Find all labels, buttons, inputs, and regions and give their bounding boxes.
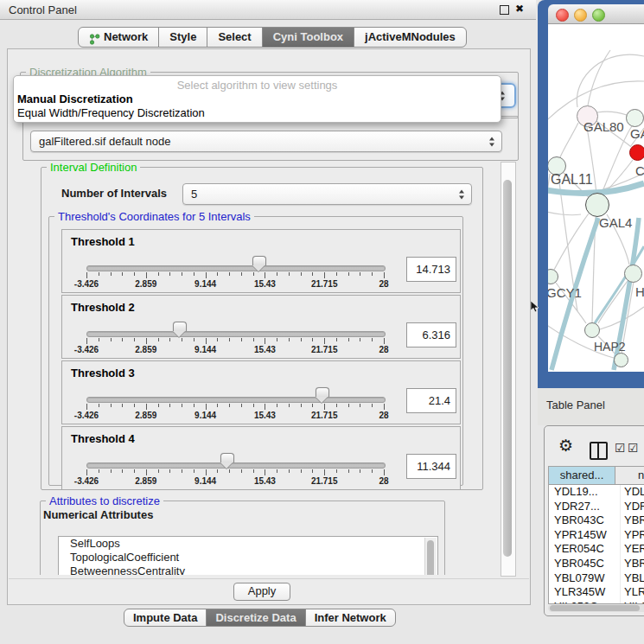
tick-mark [217, 338, 218, 341]
number-of-intervals-combo[interactable]: 5 [182, 183, 472, 205]
table-row[interactable]: YBR045C YBR0 [549, 557, 644, 571]
cell-name[interactable]: YBR0 [621, 513, 644, 528]
top-tab[interactable]: Select [207, 27, 262, 48]
tick-label: -3.426 [74, 279, 99, 289]
table-row[interactable]: YBL079W YBL0 [549, 571, 644, 586]
network-node[interactable] [626, 109, 644, 127]
attribute-item[interactable]: TopologicalCoefficient [59, 551, 437, 564]
attributes-scrollbar[interactable] [424, 538, 437, 575]
minimize-traffic-light[interactable] [574, 9, 587, 22]
apply-button[interactable]: Apply [233, 583, 290, 601]
cell-shared-name[interactable]: YIL052C [549, 600, 621, 603]
network-node[interactable] [584, 322, 600, 338]
threshold-value-field[interactable]: 11.344 [406, 454, 456, 479]
close-traffic-light[interactable] [556, 9, 569, 22]
network-node[interactable] [624, 265, 642, 283]
slider-ticks [86, 404, 384, 411]
cell-name[interactable]: YDL1 [621, 485, 644, 500]
table-row[interactable]: YIL052C YIL0 [549, 600, 644, 603]
tick-mark [229, 469, 230, 473]
table-row[interactable]: YDR27... YDR2 [549, 500, 644, 514]
bottom-tab[interactable]: Infer Network [305, 609, 396, 627]
top-tab[interactable]: Cyni Toolbox [262, 27, 354, 48]
threshold-slider-track[interactable] [86, 331, 386, 337]
dropdown-option[interactable]: Equal Width/Frequency Discretization [16, 106, 498, 120]
threshold-slider-thumb[interactable] [316, 387, 329, 397]
threshold-slider-track[interactable] [86, 397, 386, 403]
checkbox-icon[interactable]: ☑ [628, 441, 639, 455]
top-tab[interactable]: Style [158, 27, 207, 48]
tick-mark [312, 404, 313, 407]
scrollbar-thumb[interactable] [503, 180, 512, 557]
gear-icon[interactable]: ⚙ [558, 436, 573, 456]
split-columns-icon[interactable] [590, 442, 608, 460]
zoom-traffic-light[interactable] [592, 9, 605, 22]
threshold-slider-track[interactable] [86, 462, 386, 469]
table-row[interactable]: YER054C YER0 [549, 542, 644, 557]
checkbox-icon[interactable]: ☑ [615, 441, 626, 455]
table-row[interactable]: YDL19... YDL1 [549, 485, 644, 500]
cell-name[interactable]: YBL0 [621, 571, 644, 586]
attribute-item[interactable]: BetweennessCentrality [59, 564, 437, 575]
network-window: GAL80GACGAL11GAL4GCY1HHAP2 [538, 0, 644, 388]
settings-scrollbar[interactable] [501, 162, 516, 577]
threshold-label: Threshold 3 [71, 367, 135, 379]
table-horizontal-scrollbar[interactable] [548, 604, 644, 612]
cell-shared-name[interactable]: YLR345W [549, 585, 621, 600]
threshold-slider-thumb[interactable] [173, 322, 187, 331]
tick-label: 2.859 [135, 345, 156, 354]
numerical-attributes-list[interactable]: SelfLoopsTopologicalCoefficientBetweenne… [58, 536, 438, 575]
scrollbar-thumb[interactable] [427, 540, 434, 575]
network-node[interactable] [585, 193, 609, 217]
cell-shared-name[interactable]: YER054C [549, 542, 621, 557]
close-window-icon[interactable]: ✖ [515, 3, 524, 15]
network-node[interactable] [614, 353, 628, 367]
cell-name[interactable]: YDR2 [621, 500, 644, 514]
threshold-slider-thumb[interactable] [220, 453, 234, 462]
table-row[interactable]: YBR043C YBR0 [549, 513, 644, 528]
column-header-name[interactable]: na [615, 467, 644, 484]
table-row[interactable]: YLR345W YLR3 [549, 585, 644, 600]
bottom-tab-label: Infer Network [315, 609, 386, 626]
network-canvas[interactable]: GAL80GACGAL11GAL4GCY1HHAP2 [548, 24, 644, 372]
cell-shared-name[interactable]: YDL19... [549, 485, 621, 500]
cell-name[interactable]: YPR1 [621, 528, 644, 543]
tick-mark [158, 404, 159, 407]
tick-mark [360, 469, 360, 473]
cell-name[interactable]: YIL0 [621, 600, 644, 603]
cell-shared-name[interactable]: YPR145W [549, 528, 621, 543]
tick-mark [277, 338, 277, 341]
cell-shared-name[interactable]: YBR043C [549, 513, 621, 528]
tick-mark [324, 272, 325, 278]
threshold-value-field[interactable]: 6.316 [406, 322, 456, 348]
top-tab[interactable]: jActiveMNodules [354, 27, 467, 48]
bottom-tab[interactable]: Discretize Data [206, 609, 305, 627]
dropdown-option[interactable]: Manual Discretization [16, 92, 498, 106]
cell-shared-name[interactable]: YBR045C [549, 557, 621, 571]
top-tab[interactable]: Network [78, 27, 159, 48]
threshold-value-field[interactable]: 21.4 [406, 388, 456, 413]
spinner-arrows-icon [459, 189, 465, 199]
slider-tick-labels: -3.4262.8599.14415.4321.71528 [86, 345, 384, 355]
cell-shared-name[interactable]: YBL079W [549, 571, 621, 586]
tick-mark [348, 469, 349, 473]
column-header-shared-name[interactable]: shared... [549, 467, 615, 484]
threshold-slider-track[interactable] [86, 265, 386, 271]
attribute-item[interactable]: SelfLoops [59, 537, 437, 551]
bottom-tab[interactable]: Impute Data [124, 609, 207, 627]
float-window-icon[interactable] [500, 5, 509, 15]
network-node[interactable] [629, 144, 644, 161]
cell-name[interactable]: YER0 [621, 542, 644, 557]
cell-name[interactable]: YLR3 [621, 585, 644, 600]
scrollbar-thumb[interactable] [550, 605, 640, 611]
tick-mark [324, 338, 325, 344]
cell-shared-name[interactable]: YDR27... [549, 500, 621, 514]
tick-label: 9.144 [194, 345, 216, 354]
threshold-slider-thumb[interactable] [252, 256, 266, 265]
threshold-value-field[interactable]: 14.713 [406, 257, 456, 282]
cell-name[interactable]: YBR0 [621, 557, 644, 571]
table-row[interactable]: YPR145W YPR1 [549, 528, 644, 543]
table-data-combo[interactable]: galFiltered.sif default node [30, 131, 502, 152]
tick-label: 9.144 [194, 411, 216, 420]
tick-mark [229, 338, 230, 341]
